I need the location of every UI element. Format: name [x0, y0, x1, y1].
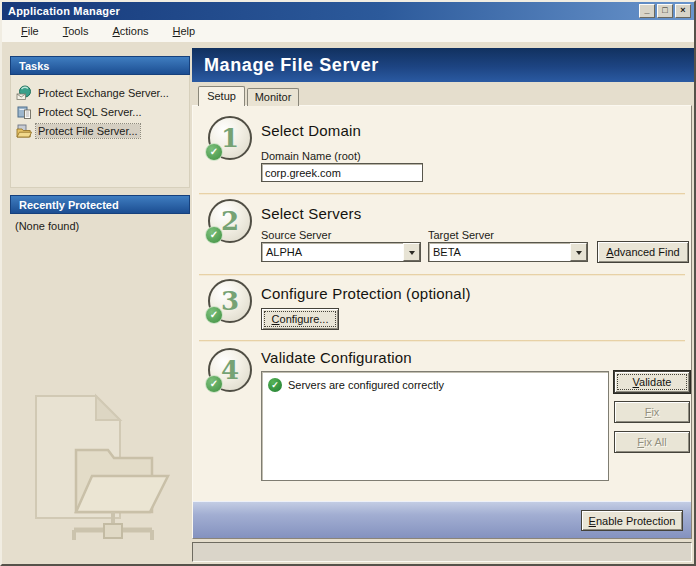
page-header: Manage File Server [192, 48, 694, 82]
step-2-badge: 2 ✓ [208, 199, 252, 243]
step-1-complete-check-icon: ✓ [205, 143, 223, 161]
task-item-label: Protect Exchange Server... [36, 86, 171, 100]
step-1-number: 1 [221, 123, 239, 153]
target-server-select[interactable]: BETA [428, 242, 588, 262]
sql-server-icon [16, 104, 32, 120]
titlebar: Application Manager _ □ × [2, 2, 694, 20]
configure-button[interactable]: Configure... [261, 308, 339, 330]
fix-button[interactable]: Fix [614, 401, 690, 423]
source-server-select[interactable]: ALPHA [261, 242, 421, 262]
tasks-panel-title: Tasks [19, 60, 49, 72]
window-title: Application Manager [8, 5, 120, 17]
section-separator [199, 340, 685, 342]
target-server-dropdown-button[interactable] [570, 243, 587, 261]
step-4-badge: 4 ✓ [208, 348, 252, 392]
step-4-complete-check-icon: ✓ [205, 375, 223, 393]
task-item-label: Protect SQL Server... [36, 105, 144, 119]
enable-protection-button[interactable]: Enable Protection [581, 510, 683, 531]
success-check-icon: ✓ [268, 378, 282, 392]
setup-tab-content: 1 ✓ Select Domain Domain Name (root) 2 ✓… [192, 105, 692, 539]
recently-protected-panel: (None found) [10, 214, 190, 232]
step-1-title: Select Domain [261, 122, 361, 139]
step-1-badge: 1 ✓ [208, 116, 252, 160]
recently-protected-title: Recently Protected [19, 199, 119, 211]
step-2-complete-check-icon: ✓ [205, 226, 223, 244]
minimize-button[interactable]: _ [639, 4, 655, 18]
step-4-title: Validate Configuration [261, 349, 412, 366]
recently-protected-header: Recently Protected [10, 195, 190, 214]
window-controls: _ □ × [639, 4, 691, 18]
tab-setup[interactable]: Setup [198, 86, 245, 106]
recently-protected-empty-text: (None found) [10, 214, 190, 232]
close-icon: × [680, 5, 685, 15]
target-server-label: Target Server [428, 229, 494, 241]
source-server-dropdown-button[interactable] [403, 243, 420, 261]
close-button[interactable]: × [675, 4, 691, 18]
tasks-panel-header: Tasks [10, 56, 190, 75]
step-2-number: 2 [221, 206, 239, 236]
menu-item-help[interactable]: Help [164, 23, 205, 39]
advanced-find-button[interactable]: Advanced Find [597, 241, 689, 263]
exchange-server-icon [16, 85, 32, 101]
domain-name-input[interactable] [261, 163, 423, 182]
step-3-title: Configure Protection (optional) [261, 285, 471, 302]
task-item-protect-sql[interactable]: Protect SQL Server... [11, 102, 189, 121]
maximize-icon: □ [662, 5, 667, 15]
validation-result-item: ✓ Servers are configured correctly [268, 378, 602, 392]
chevron-down-icon [576, 251, 582, 258]
maximize-button[interactable]: □ [657, 4, 673, 18]
task-item-protect-file[interactable]: Protect File Server... [11, 121, 189, 140]
menu-item-file[interactable]: File [12, 23, 48, 39]
validate-button[interactable]: Validate [614, 371, 690, 393]
task-item-protect-exchange[interactable]: Protect Exchange Server... [11, 83, 189, 102]
task-item-label: Protect File Server... [36, 124, 140, 138]
validation-results-listbox[interactable]: ✓ Servers are configured correctly [261, 371, 609, 481]
step-3-number: 3 [221, 286, 239, 316]
domain-name-label: Domain Name (root) [261, 150, 361, 162]
step-4-number: 4 [221, 355, 239, 385]
fix-all-button[interactable]: Fix All [614, 431, 690, 453]
application-manager-window: Application Manager _ □ × File Tools Act… [0, 0, 696, 566]
status-bar [192, 542, 692, 562]
file-server-folder-icon [16, 123, 32, 139]
section-separator [199, 274, 685, 276]
tasks-panel: Protect Exchange Server... Protect SQL S… [10, 75, 190, 188]
section-separator [199, 193, 685, 195]
file-server-watermark-icon [16, 388, 178, 560]
step-3-badge: 3 ✓ [208, 279, 252, 323]
tab-monitor[interactable]: Monitor [247, 88, 299, 106]
step-2-title: Select Servers [261, 205, 361, 222]
minimize-icon: _ [644, 5, 649, 15]
step-3-complete-check-icon: ✓ [205, 306, 223, 324]
footer-bar: Enable Protection [193, 501, 691, 538]
chevron-down-icon [409, 251, 415, 258]
menu-item-actions[interactable]: Actions [103, 23, 157, 39]
menubar: File Tools Actions Help [2, 20, 694, 42]
source-server-label: Source Server [261, 229, 331, 241]
menu-item-tools[interactable]: Tools [54, 23, 98, 39]
validation-status-text: Servers are configured correctly [288, 379, 444, 391]
page-title: Manage File Server [204, 55, 379, 76]
